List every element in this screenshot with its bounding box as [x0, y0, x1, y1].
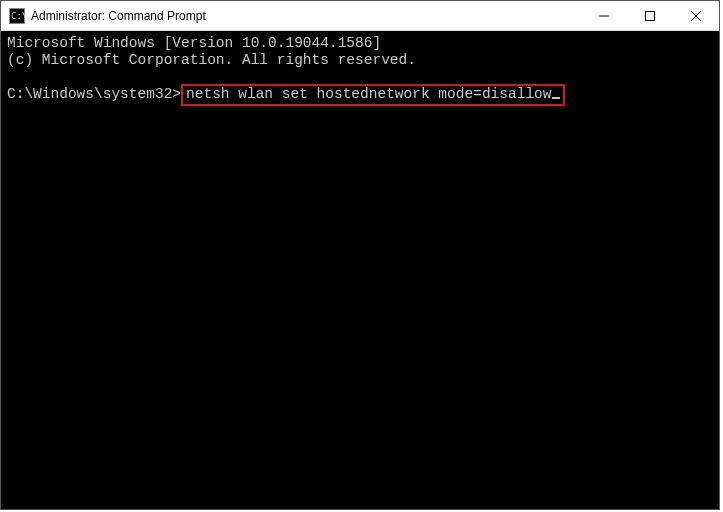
svg-text:C:\: C:\: [11, 11, 25, 21]
maximize-icon: [645, 11, 655, 21]
prompt-path: C:\Windows\system32>: [7, 86, 181, 102]
terminal-area[interactable]: Microsoft Windows [Version 10.0.19044.15…: [1, 31, 719, 509]
maximize-button[interactable]: [627, 1, 673, 30]
copyright-line: (c) Microsoft Corporation. All rights re…: [7, 52, 416, 68]
command-prompt-window: C:\ Administrator: Command Prompt: [0, 0, 720, 510]
version-line: Microsoft Windows [Version 10.0.19044.15…: [7, 35, 381, 51]
command-highlight: netsh wlan set hostednetwork mode=disall…: [181, 84, 564, 106]
text-cursor: [552, 97, 560, 99]
close-button[interactable]: [673, 1, 719, 30]
window-controls: [581, 1, 719, 30]
minimize-button[interactable]: [581, 1, 627, 30]
close-icon: [691, 11, 701, 21]
window-title: Administrator: Command Prompt: [31, 9, 206, 23]
typed-command: netsh wlan set hostednetwork mode=disall…: [186, 86, 551, 102]
minimize-icon: [599, 11, 609, 21]
cmd-icon: C:\: [9, 8, 25, 24]
svg-rect-4: [646, 11, 655, 20]
titlebar[interactable]: C:\ Administrator: Command Prompt: [1, 1, 719, 31]
